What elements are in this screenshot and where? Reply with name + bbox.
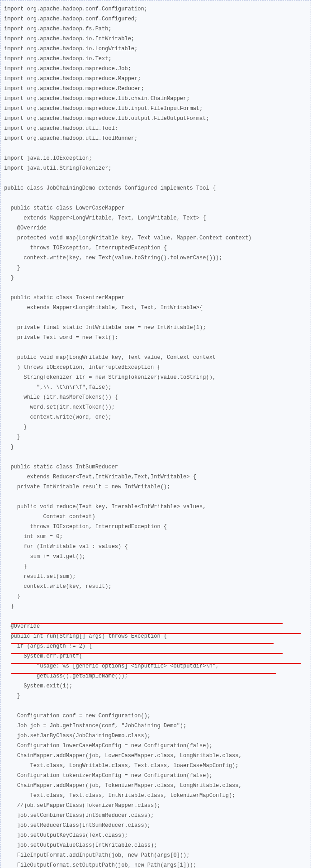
code-snippet-container: import org.apache.hadoop.conf.Configurat…: [0, 0, 311, 868]
highlight-underline: [11, 663, 301, 664]
highlight-underline: [11, 673, 276, 674]
highlight-underline: [11, 623, 283, 624]
highlight-underline: [11, 643, 274, 644]
highlight-underline: [11, 633, 301, 634]
highlight-underline: [11, 653, 283, 654]
code-block: import org.apache.hadoop.conf.Configurat…: [0, 4, 311, 868]
